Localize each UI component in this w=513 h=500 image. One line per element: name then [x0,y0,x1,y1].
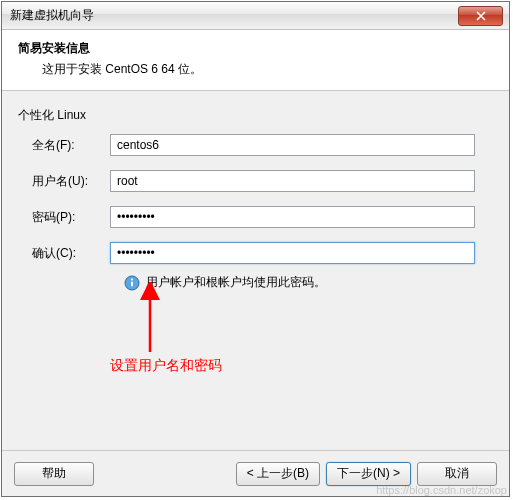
fullname-input[interactable] [110,134,475,156]
confirm-label: 确认(C): [18,245,110,262]
info-icon [124,275,140,291]
header-subtitle: 这用于安装 CentOS 6 64 位。 [18,61,493,78]
wizard-header: 简易安装信息 这用于安装 CentOS 6 64 位。 [2,30,509,91]
svg-rect-2 [131,281,133,286]
help-button[interactable]: 帮助 [14,462,94,486]
row-confirm: 确认(C): [18,242,493,264]
password-input[interactable] [110,206,475,228]
cancel-button[interactable]: 取消 [417,462,497,486]
close-button[interactable] [458,6,503,26]
confirm-input[interactable] [110,242,475,264]
hint-row: 用户帐户和根帐户均使用此密码。 [18,274,493,291]
svg-point-1 [131,278,133,280]
fullname-label: 全名(F): [18,137,110,154]
footer: 帮助 < 上一步(B) 下一步(N) > 取消 [2,450,509,496]
row-fullname: 全名(F): [18,134,493,156]
next-button[interactable]: 下一步(N) > [326,462,411,486]
close-icon [476,11,486,21]
titlebar: 新建虚拟机向导 [2,2,509,30]
section-label: 个性化 Linux [18,107,493,124]
content-area: 个性化 Linux 全名(F): 用户名(U): 密码(P): 确认(C): 用… [2,91,509,291]
annotation-text: 设置用户名和密码 [110,357,222,375]
window-title: 新建虚拟机向导 [10,7,94,24]
username-label: 用户名(U): [18,173,110,190]
row-username: 用户名(U): [18,170,493,192]
annotation-arrow [130,282,190,362]
username-input[interactable] [110,170,475,192]
row-password: 密码(P): [18,206,493,228]
hint-text: 用户帐户和根帐户均使用此密码。 [146,274,326,291]
password-label: 密码(P): [18,209,110,226]
header-title: 简易安装信息 [18,40,493,57]
back-button[interactable]: < 上一步(B) [236,462,320,486]
